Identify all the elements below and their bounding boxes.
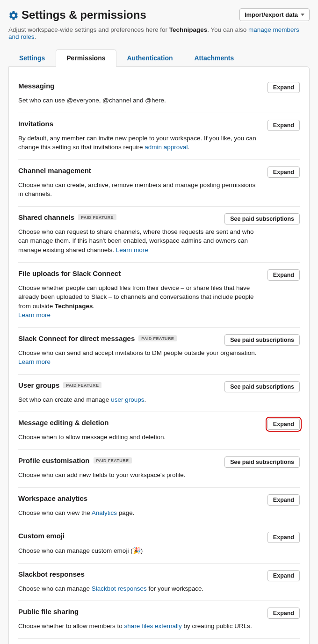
expand-button[interactable]: Expand (267, 494, 300, 506)
permissions-panel: Messaging Expand Set who can use @everyo… (8, 66, 310, 644)
page-title: Settings & permissions (22, 8, 146, 22)
section-title: Channel management (18, 166, 91, 174)
chevron-down-icon (301, 14, 304, 16)
learn-more-link[interactable]: Learn more (116, 246, 148, 253)
paid-subscriptions-button[interactable]: See paid subscriptions (224, 334, 300, 346)
expand-button[interactable]: Expand (267, 82, 300, 93)
expand-button[interactable]: Expand (267, 120, 300, 131)
paid-subscriptions-button[interactable]: See paid subscriptions (224, 213, 300, 224)
expand-button[interactable]: Expand (267, 532, 300, 543)
learn-more-link[interactable]: Learn more (18, 311, 51, 318)
tab-attachments[interactable]: Attachments (184, 49, 245, 67)
expand-button[interactable]: Expand (267, 419, 300, 430)
import-export-label: Import/export data (245, 11, 298, 18)
section-title: Messaging (18, 82, 55, 90)
section-desc: Choose who can manage custom emoji (🎉) (18, 546, 261, 556)
admin-approval-link[interactable]: admin approval (145, 144, 188, 151)
section-messaging: Messaging Expand Set who can use @everyo… (18, 75, 300, 113)
gear-icon (8, 10, 18, 20)
tab-settings[interactable]: Settings (8, 49, 56, 67)
section-file-uploads: File uploads for Slack Connect Expand Ch… (18, 263, 300, 328)
tab-authentication[interactable]: Authentication (116, 49, 184, 67)
section-invitations: Invitations Expand By default, any membe… (18, 113, 300, 160)
share-files-externally-link[interactable]: share files externally (124, 622, 182, 630)
section-message-editing: Message editing & deletion Expand Choose… (18, 412, 300, 450)
expand-button[interactable]: Expand (267, 608, 300, 619)
paid-subscriptions-button[interactable]: See paid subscriptions (224, 381, 300, 392)
section-public-file-sharing: Public file sharing Expand Choose whethe… (18, 601, 300, 639)
expand-button[interactable]: Expand (267, 269, 300, 281)
section-user-groups: User groups PAID FEATURE See paid subscr… (18, 375, 300, 412)
section-title: Invitations (18, 120, 53, 128)
import-export-button[interactable]: Import/export data (239, 8, 310, 21)
section-gateways: Gateways i Slack no longer supports conn… (18, 639, 300, 644)
section-slack-connect-dm: Slack Connect for direct messages PAID F… (18, 328, 300, 375)
learn-more-link[interactable]: Learn more (18, 358, 51, 365)
section-title: Public file sharing (18, 608, 79, 615)
tab-bar: Settings Permissions Authentication Atta… (8, 49, 310, 66)
paid-subscriptions-button[interactable]: See paid subscriptions (224, 456, 300, 468)
section-desc: Choose who can create, archive, remove m… (18, 181, 261, 199)
section-desc: Choose who can request to share channels… (18, 227, 261, 255)
paid-feature-badge: PAID FEATURE (78, 214, 116, 220)
section-title: File uploads for Slack Connect (18, 269, 121, 277)
section-slackbot-responses: Slackbot responses Expand Choose who can… (18, 564, 300, 601)
user-groups-link[interactable]: user groups (111, 396, 144, 403)
expand-button[interactable]: Expand (267, 166, 300, 178)
expand-button[interactable]: Expand (267, 570, 300, 581)
paid-feature-badge: PAID FEATURE (94, 457, 132, 463)
page-subtext: Adjust workspace-wide settings and prefe… (8, 26, 310, 40)
section-desc: Choose whether to allow members to share… (18, 622, 261, 631)
tada-emoji-icon: 🎉 (133, 547, 141, 554)
slackbot-responses-link[interactable]: Slackbot responses (92, 585, 147, 592)
paid-feature-badge: PAID FEATURE (63, 382, 101, 388)
section-title: Shared channels (18, 213, 74, 221)
section-workspace-analytics: Workspace analytics Expand Choose who ca… (18, 488, 300, 526)
section-title: User groups (18, 381, 59, 389)
paid-feature-badge: PAID FEATURE (138, 335, 177, 341)
section-title: Workspace analytics (18, 494, 87, 502)
section-desc: Set who can use @everyone, @channel and … (18, 96, 261, 105)
analytics-link[interactable]: Analytics (92, 509, 117, 516)
section-channel-management: Channel management Expand Choose who can… (18, 160, 300, 207)
section-desc: Choose who can view the Analytics page. (18, 508, 261, 518)
tab-permissions[interactable]: Permissions (56, 49, 116, 67)
section-title: Profile customisation (18, 456, 90, 464)
section-desc: Set who can create and manage user group… (18, 395, 261, 405)
section-desc: Choose who can send and accept invitatio… (18, 348, 261, 367)
section-title: Custom emoji (18, 532, 65, 540)
section-custom-emoji: Custom emoji Expand Choose who can manag… (18, 525, 300, 564)
section-desc: Choose whether people can upload files f… (18, 283, 261, 320)
section-desc: By default, any member can invite new pe… (18, 134, 261, 152)
section-shared-channels: Shared channels PAID FEATURE See paid su… (18, 207, 300, 263)
section-title: Slack Connect for direct messages (18, 334, 135, 342)
section-desc: Choose who can manage Slackbot responses… (18, 584, 261, 593)
section-title: Slackbot responses (18, 570, 85, 578)
section-desc: Choose when to allow message editing and… (18, 433, 261, 442)
section-profile-customisation: Profile customisation PAID FEATURE See p… (18, 450, 300, 488)
section-desc: Choose who can add new fields to your wo… (18, 470, 261, 480)
section-title: Message editing & deletion (18, 419, 108, 427)
